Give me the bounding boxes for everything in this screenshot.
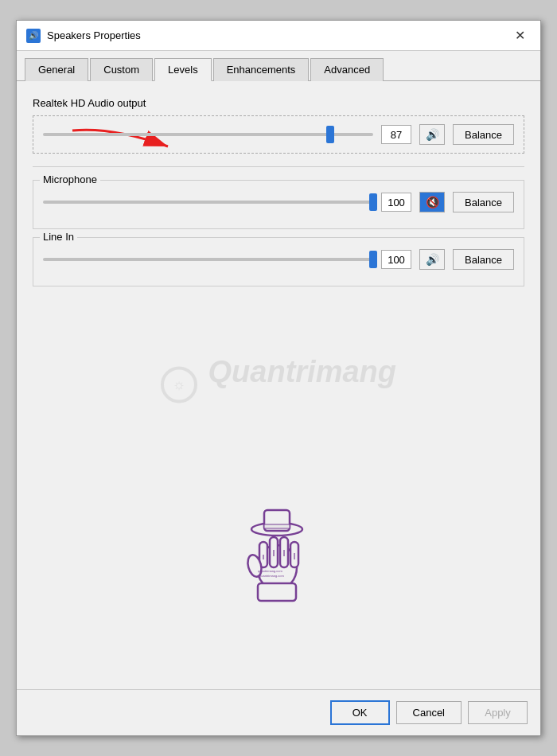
window-icon: 🔊: [26, 29, 41, 43]
divider-1: [33, 166, 524, 167]
microphone-slider-thumb[interactable]: [369, 193, 377, 211]
linein-slider-bg: [43, 258, 373, 261]
svg-rect-2: [264, 510, 290, 531]
realtek-mute-button[interactable]: 🔊: [419, 124, 445, 145]
svg-rect-10: [258, 583, 296, 601]
microphone-slider-bg: [43, 201, 373, 204]
window-title: Speakers Properties: [47, 29, 141, 41]
linein-value[interactable]: 100: [381, 250, 411, 269]
title-bar: 🔊 Speakers Properties ✕: [17, 21, 540, 51]
footer: OK Cancel Apply: [17, 689, 540, 735]
realtek-slider-track[interactable]: [43, 127, 373, 142]
speakers-properties-window: 🔊 Speakers Properties ✕ General Custom L…: [16, 20, 541, 736]
tab-advanced[interactable]: Advanced: [310, 58, 384, 81]
microphone-label: Microphone: [40, 173, 100, 185]
microphone-value[interactable]: 100: [381, 193, 411, 212]
watermark: ☼ Quantrimang: [161, 354, 396, 392]
microphone-slider-track[interactable]: [43, 194, 373, 210]
realtek-label: Realtek HD Audio output: [33, 97, 524, 109]
linein-slider-group: 100 🔊 Balance: [43, 246, 514, 273]
tab-enhancements[interactable]: Enhancements: [213, 58, 310, 81]
linein-mute-button[interactable]: 🔊: [419, 249, 445, 270]
apply-button[interactable]: Apply: [468, 701, 528, 724]
tab-bar: General Custom Levels Enhancements Advan…: [17, 51, 540, 81]
realtek-value[interactable]: 87: [381, 125, 411, 144]
linein-slider-track[interactable]: [43, 251, 373, 267]
hand-figure: quantrimang.com quantrimang.com: [231, 496, 326, 625]
linein-slider-thumb[interactable]: [369, 251, 377, 268]
ok-button[interactable]: OK: [330, 700, 390, 725]
realtek-slider-bg: [43, 133, 373, 136]
tab-levels[interactable]: Levels: [154, 58, 212, 81]
realtek-slider-group: 87 🔊 Balance: [33, 115, 524, 154]
svg-rect-8: [290, 542, 298, 567]
svg-rect-6: [270, 537, 278, 567]
tab-general[interactable]: General: [25, 58, 88, 81]
tab-custom[interactable]: Custom: [90, 58, 153, 81]
svg-point-4: [257, 545, 297, 590]
realtek-balance-button[interactable]: Balance: [453, 124, 514, 145]
svg-point-9: [246, 553, 264, 578]
svg-rect-7: [280, 537, 288, 567]
microphone-balance-button[interactable]: Balance: [453, 192, 514, 212]
svg-text:quantrimang.com: quantrimang.com: [259, 574, 285, 578]
cancel-button[interactable]: Cancel: [396, 701, 462, 724]
close-button[interactable]: ✕: [508, 25, 531, 47]
linein-label: Line In: [40, 231, 77, 243]
linein-section: Line In 100 🔊 Balance: [33, 237, 524, 286]
svg-rect-5: [259, 542, 267, 567]
realtek-slider-thumb[interactable]: [326, 126, 334, 143]
content-area: Realtek HD Audio output 87 🔊 Balance Mic…: [17, 81, 540, 689]
microphone-section: Microphone 100 🔇 Balance: [33, 180, 524, 229]
svg-text:quantrimang.com: quantrimang.com: [258, 569, 283, 573]
svg-rect-3: [264, 524, 290, 528]
microphone-slider-group: 100 🔇 Balance: [43, 189, 514, 216]
title-bar-left: 🔊 Speakers Properties: [26, 29, 141, 43]
linein-balance-button[interactable]: Balance: [453, 249, 514, 270]
svg-point-1: [251, 523, 302, 536]
microphone-mute-button[interactable]: 🔇: [419, 192, 445, 212]
